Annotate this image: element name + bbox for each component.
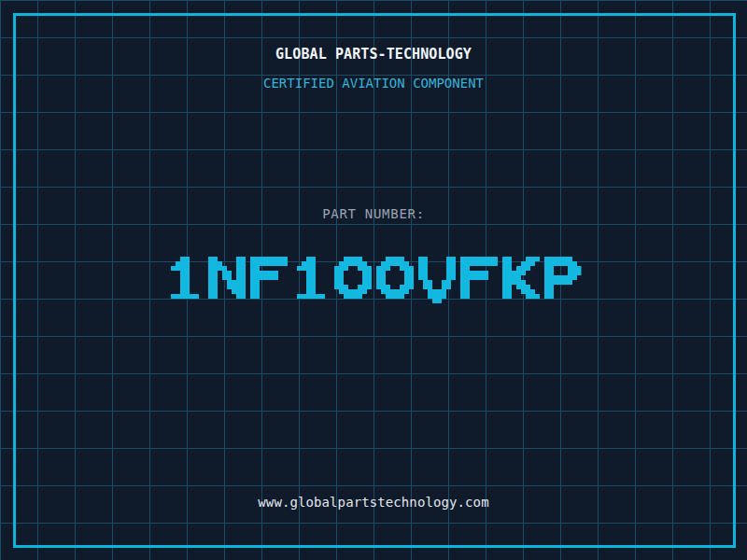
certification-subtitle: CERTIFIED AVIATION COMPONENT	[0, 76, 747, 91]
certificate-card: GLOBAL PARTS-TECHNOLOGY CERTIFIED AVIATI…	[0, 0, 747, 560]
website-url: www.globalpartstechnology.com	[0, 495, 747, 510]
company-title: GLOBAL PARTS-TECHNOLOGY	[0, 46, 747, 63]
part-number-label: PART NUMBER:	[0, 206, 747, 221]
part-number-value	[166, 257, 582, 303]
